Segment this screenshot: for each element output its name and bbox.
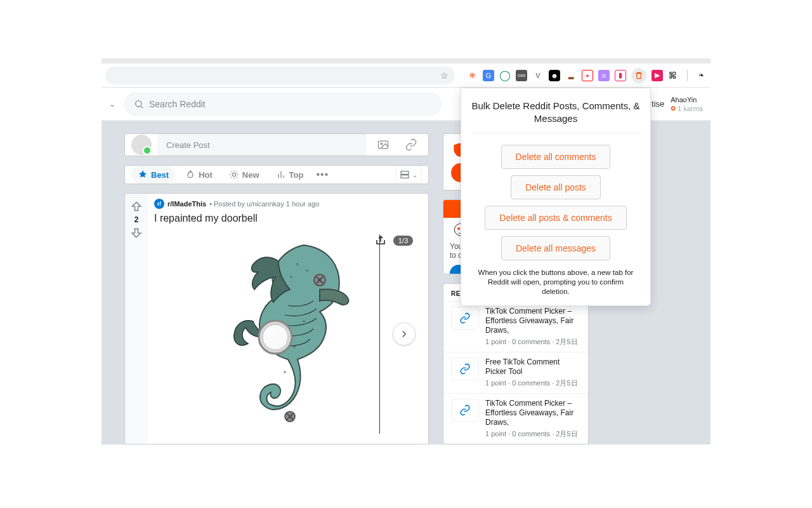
ext-icon-10[interactable]: ▮ [615,70,626,81]
image-divider [379,234,380,434]
flame-icon [185,170,195,180]
create-post-bar: Create Post [124,133,429,156]
ext-icon-5[interactable]: V [532,70,544,81]
sort-hot[interactable]: Hot [179,166,219,184]
sort-best[interactable]: Best [131,166,175,184]
delete-all-posts-button[interactable]: Delete all posts [511,175,601,199]
recent-title: TikTok Comment Picker – Effortless Givea… [485,399,580,427]
svg-point-3 [232,173,235,176]
ext-icon-7[interactable]: ▂ [565,70,577,81]
rocket-icon [138,170,148,180]
extension-popup: Bulk Delete Reddit Posts, Comments, & Me… [461,88,651,306]
downvote-icon[interactable] [130,227,143,239]
advertise-link-fragment[interactable]: tise [652,99,664,109]
ext-icon-leaf[interactable]: ❧ [695,70,707,81]
svg-point-11 [296,263,299,265]
link-icon [451,399,479,422]
link-icon [451,307,479,330]
post-meta: r/ r/IMadeThis • Posted by u/nicannkay 1… [154,199,422,209]
share-icon[interactable] [375,234,386,246]
sort-label: New [242,170,259,180]
sort-new[interactable]: New [223,166,266,184]
recent-item[interactable]: TikTok Comment Picker – Effortless Givea… [443,301,588,352]
bookmark-star-icon[interactable]: ☆ [440,70,449,81]
next-image-button[interactable] [393,323,416,345]
extension-title: Bulk Delete Reddit Posts, Comments, & Me… [471,100,640,133]
recent-title: Free TikTok Comment Picker Tool [485,358,580,377]
ext-icon-9[interactable]: ≡ [598,70,610,81]
svg-point-15 [293,345,296,348]
post-card: 2 r/ r/IMadeThis • Posted by u/nicannkay… [124,193,429,444]
sun-icon [229,170,239,180]
subreddit-icon[interactable]: r/ [154,199,164,209]
post-image-gallery[interactable]: 1/3 [154,229,422,439]
svg-point-9 [267,329,277,337]
search-input[interactable]: Search Reddit [124,93,442,116]
recent-item[interactable]: TikTok Comment Picker – Effortless Givea… [443,393,588,444]
url-bar[interactable]: ☆ [105,67,455,84]
ext-icon-1[interactable]: ⊕ [466,70,478,81]
ext-icon-active-trash[interactable] [631,68,646,83]
karma-icon: ✿ [671,104,676,113]
recent-stats: 1 point · 0 comments · 2月5日 [485,337,580,347]
view-mode-toggle[interactable]: ⌄ [395,166,422,183]
image-counter: 1/3 [393,236,413,246]
search-placeholder: Search Reddit [149,99,206,109]
community-dropdown-chevron-icon[interactable]: ⌄ [109,100,115,109]
delete-all-comments-button[interactable]: Delete all comments [501,145,611,169]
sort-label: Best [151,170,169,180]
image-post-icon[interactable] [372,134,394,156]
chevron-right-icon [398,328,410,340]
user-karma: 1 karma [678,104,703,113]
upvote-icon[interactable] [130,200,143,213]
more-sort-icon[interactable]: ••• [316,169,329,180]
recent-item[interactable]: Free TikTok Comment Picker Tool 1 point … [443,352,588,393]
browser-tab-strip [102,58,710,64]
user-name: AhaoYin [671,95,703,104]
svg-point-0 [136,100,141,106]
create-post-placeholder: Create Post [166,140,210,150]
chevron-down-icon: ⌄ [412,171,417,178]
svg-point-8 [263,324,288,350]
link-icon [451,358,479,380]
recent-stats: 1 point · 0 comments · 2月5日 [485,378,580,388]
svg-point-12 [306,269,308,272]
subreddit-name[interactable]: r/IMadeThis [167,200,206,208]
svg-rect-4 [401,171,409,175]
ext-icon-6[interactable]: ☻ [549,70,560,81]
sort-top[interactable]: Top [270,166,310,184]
svg-point-18 [457,227,460,230]
extension-icons-row: ⊕ G ◯ css V ☻ ▂ + ≡ ▮ ▶ ❧ [466,68,707,83]
ext-icon-puzzle[interactable] [668,70,679,81]
ext-icon-2[interactable]: G [483,70,494,81]
ext-icon-3[interactable]: ◯ [499,70,511,81]
delete-all-messages-button[interactable]: Delete all messages [501,236,610,260]
link-post-icon[interactable] [400,134,422,156]
sort-label: Hot [199,170,213,180]
svg-point-2 [381,143,383,145]
svg-point-14 [303,320,305,323]
avatar[interactable] [131,135,152,155]
browser-toolbar: ☆ ⊕ G ◯ css V ☻ ▂ + ≡ ▮ ▶ ❧ [102,64,710,88]
recent-stats: 1 point · 0 comments · 2月5日 [485,429,580,439]
bar-chart-icon [276,170,286,180]
extension-note: When you click the buttons above, a new … [471,268,640,297]
card-view-icon [400,170,410,180]
svg-rect-5 [401,175,409,178]
vote-column: 2 [125,194,148,444]
create-post-input[interactable]: Create Post [158,134,366,156]
search-icon [134,99,144,109]
ext-icon-11[interactable]: ▶ [652,70,663,81]
post-title[interactable]: I repainted my doorbell [154,213,422,224]
svg-point-13 [290,276,292,278]
feed-column: Create Post Best Hot [124,133,429,444]
post-byline: • Posted by u/nicannkay 1 hour ago [209,200,319,208]
svg-point-16 [284,371,286,373]
vote-count: 2 [134,215,139,224]
ext-icon-4[interactable]: css [516,70,527,81]
delete-all-posts-comments-button[interactable]: Delete all posts & comments [485,206,626,230]
recent-title: TikTok Comment Picker – Effortless Givea… [485,307,580,335]
recent-posts-card: RECENT POSTS TikTok Comment Picker – Eff… [443,283,589,444]
user-menu[interactable]: AhaoYin ✿ 1 karma [671,95,703,113]
ext-icon-8[interactable]: + [582,70,593,81]
